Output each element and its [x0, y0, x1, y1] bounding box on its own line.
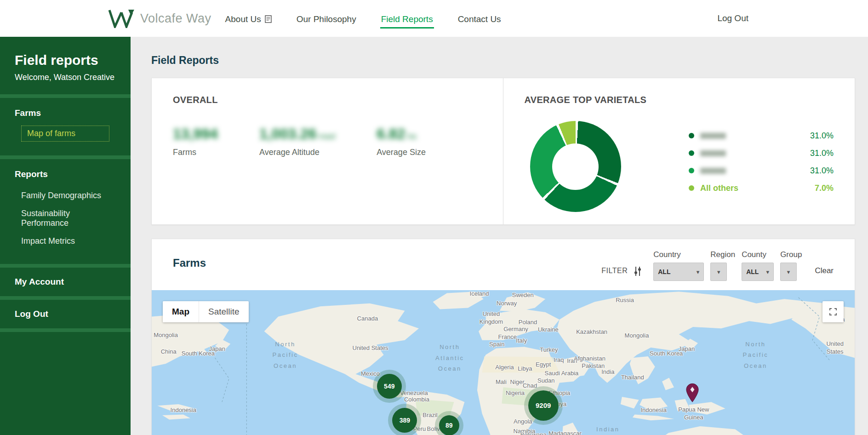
- stat-average-altitude-value-redacted: 1,003.26masl: [259, 126, 377, 141]
- sidebar-item-my-account[interactable]: My Account: [0, 268, 131, 296]
- filter-group: Group ▾: [780, 250, 802, 281]
- legend-label: [700, 133, 726, 139]
- legend-row: 31.0%: [689, 166, 834, 175]
- varietals-legend: 31.0% 31.0% 31.0%: [689, 132, 834, 201]
- nav-about-us[interactable]: About Us: [224, 11, 273, 29]
- map-type-control: Map Satellite: [163, 301, 249, 322]
- sidebar-spacer: [0, 250, 131, 264]
- about-us-doc-icon: [265, 15, 272, 23]
- legend-label: All others: [700, 183, 738, 193]
- filter-region: Region ▾: [710, 250, 735, 281]
- location-pin-icon: [685, 383, 699, 402]
- map-cluster-marker[interactable]: 9209: [528, 390, 559, 421]
- filter-region-label: Region: [710, 250, 735, 259]
- volcafe-logo-icon: [108, 9, 135, 28]
- sidebar-divider: [0, 94, 131, 98]
- stat-average-size-value-redacted: 6.82ha: [377, 126, 426, 141]
- filter-sliders-icon: [633, 266, 642, 276]
- filter-county: County ALL ▾: [742, 250, 774, 281]
- map-pin-marker[interactable]: [685, 383, 699, 404]
- legend-percent: 31.0%: [810, 149, 834, 158]
- map-cluster-marker[interactable]: 389: [392, 408, 417, 433]
- stat-average-altitude-label: Average Altitude: [259, 148, 377, 157]
- legend-row: All others 7.0%: [689, 184, 834, 192]
- farms-title: Farms: [173, 257, 206, 269]
- sidebar-title: Field reports: [0, 37, 131, 73]
- stat-average-altitude: 1,003.26masl Average Altitude: [259, 126, 377, 157]
- map-cluster-marker[interactable]: 89: [439, 415, 459, 435]
- fullscreen-button[interactable]: [822, 301, 844, 322]
- group-select[interactable]: ▾: [780, 263, 797, 281]
- sidebar-item-family-demographics[interactable]: Family Demographics: [0, 187, 131, 205]
- chevron-down-icon: ▾: [717, 269, 720, 275]
- varietals-donut-chart: [530, 121, 621, 212]
- sidebar-divider: [0, 264, 131, 268]
- country-select[interactable]: ALL ▾: [653, 263, 704, 281]
- overall-panel: OVERALL 13,994 Farms 1,003.26masl Averag…: [152, 78, 503, 224]
- county-select[interactable]: ALL ▾: [742, 263, 774, 281]
- stat-average-size: 6.82ha Average Size: [377, 126, 426, 157]
- legend-percent: 7.0%: [815, 183, 834, 193]
- filter-group-label: Group: [780, 250, 802, 259]
- sidebar-item-impact-metrics[interactable]: Impact Metrics: [0, 232, 131, 250]
- logout-link[interactable]: Log Out: [717, 13, 748, 23]
- region-select[interactable]: ▾: [710, 263, 727, 281]
- nav-field-reports[interactable]: Field Reports: [380, 11, 434, 29]
- chevron-down-icon: ▾: [697, 269, 700, 275]
- nav-about-us-label: About Us: [225, 14, 261, 24]
- top-navigation-bar: Volcafe Way About Us Our Philosophy Fiel…: [0, 0, 868, 37]
- legend-dot-icon: [689, 185, 694, 191]
- sidebar-item-map-of-farms[interactable]: Map of farms: [21, 126, 109, 142]
- sidebar-item-sustainability-performance[interactable]: Sustainability Performance: [0, 205, 131, 232]
- sidebar-divider: [0, 155, 131, 159]
- overall-stats: 13,994 Farms 1,003.26masl Average Altitu…: [173, 126, 482, 157]
- map-cluster-marker[interactable]: 549: [377, 374, 402, 399]
- stat-average-size-label: Average Size: [377, 148, 426, 157]
- stat-farms-value-redacted: 13,994: [173, 126, 259, 141]
- brand-name: Volcafe Way: [140, 11, 211, 26]
- clear-filters-link[interactable]: Clear: [815, 266, 834, 275]
- legend-dot-icon: [689, 150, 694, 156]
- overview-card: OVERALL 13,994 Farms 1,003.26masl Averag…: [151, 78, 855, 225]
- map-landmass: [152, 290, 855, 435]
- sidebar-item-log-out[interactable]: Log Out: [0, 300, 131, 328]
- farms-map-card: Farms FILTER Country ALL ▾: [151, 239, 855, 435]
- map-type-satellite-button[interactable]: Satellite: [199, 301, 249, 322]
- sidebar: Field reports Welcome, Watson Creative F…: [0, 37, 131, 435]
- legend-label: [700, 168, 726, 174]
- legend-label: [700, 150, 726, 156]
- stat-farms-label: Farms: [173, 148, 259, 157]
- legend-dot-icon: [689, 133, 694, 138]
- brand-logo[interactable]: Volcafe Way: [108, 9, 211, 28]
- world-map[interactable]: IcelandSwedenNorwayRussiaCanadaCanadaUni…: [152, 290, 855, 435]
- legend-percent: 31.0%: [810, 131, 834, 141]
- filter-country-label: Country: [653, 250, 704, 259]
- overall-heading: OVERALL: [173, 95, 482, 105]
- country-select-value: ALL: [658, 268, 670, 275]
- varietals-heading: AVERAGE TOP VARIETALS: [525, 95, 834, 105]
- welcome-text: Welcome, Watson Creative: [0, 73, 131, 94]
- main-nav: About Us Our Philosophy Field Reports Co…: [224, 0, 502, 37]
- nav-contact-us[interactable]: Contact Us: [457, 11, 502, 29]
- legend-row: 31.0%: [689, 132, 834, 140]
- stat-farms: 13,994 Farms: [173, 126, 259, 157]
- legend-row: 31.0%: [689, 149, 834, 157]
- farms-card-header: Farms FILTER Country ALL ▾: [152, 239, 855, 290]
- county-select-value: ALL: [746, 268, 759, 275]
- filter-county-label: County: [742, 250, 774, 259]
- legend-dot-icon: [689, 168, 694, 173]
- sidebar-divider: [0, 328, 131, 332]
- page-title: Field Reports: [151, 54, 855, 67]
- legend-percent: 31.0%: [810, 166, 834, 176]
- fullscreen-icon: [828, 307, 838, 316]
- chevron-down-icon: ▾: [787, 269, 790, 275]
- sidebar-section-reports: Reports: [0, 159, 131, 187]
- map-filters: FILTER Country ALL ▾ Region: [601, 250, 834, 281]
- main-content: Field Reports OVERALL 13,994 Farms 1,003…: [131, 37, 868, 435]
- map-type-map-button[interactable]: Map: [163, 301, 199, 322]
- chevron-down-icon: ▾: [766, 269, 770, 275]
- sidebar-section-farms: Farms: [0, 98, 131, 126]
- filter-country: Country ALL ▾: [653, 250, 704, 281]
- nav-our-philosophy[interactable]: Our Philosophy: [296, 11, 357, 29]
- varietals-panel: AVERAGE TOP VARIETALS 31.0% 31.0%: [503, 78, 855, 224]
